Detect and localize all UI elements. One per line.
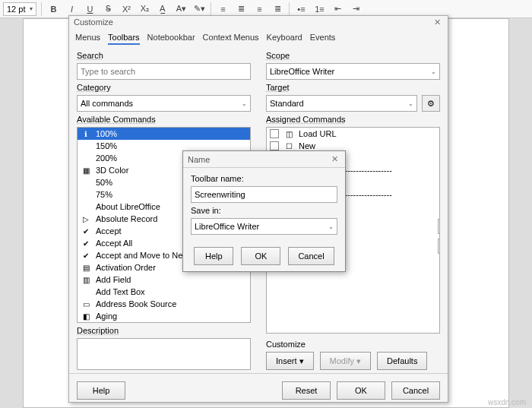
defaults-button[interactable]: Defaults [377,352,427,370]
dialog-tabs: Menus Toolbars Notebookbar Context Menus… [69,28,448,45]
command-label: Accept All [96,239,132,248]
chevron-down-icon: ⌄ [328,223,334,230]
assigned-commands-label: Assigned Commands [266,115,440,124]
chevron-down-icon: ⌄ [242,100,247,107]
description-box [77,338,251,370]
target-combo[interactable]: Standard ⌄ [266,95,417,112]
reset-button[interactable]: Reset [282,381,331,400]
command-icon [81,177,91,188]
name-help-button[interactable]: Help [194,247,233,265]
scope-combo[interactable]: LibreOffice Writer ⌄ [266,63,440,80]
font-color-icon[interactable]: A̲ [156,2,169,16]
command-label: Accept and Move to Next [96,251,189,260]
command-label: About LibreOffice [96,202,160,211]
command-label: 50% [96,178,112,187]
font-size-value: 12 pt [7,5,25,14]
command-icon [81,141,91,151]
insert-button[interactable]: Insert ▾ [266,352,314,370]
close-icon[interactable]: ✕ [431,16,443,28]
command-icon [81,201,91,212]
command-item[interactable]: ▭Address Book Source [78,298,250,310]
command-icon: ▦ [81,165,91,176]
command-label: Address Book Source [96,299,176,308]
command-label: Activation Order [96,263,156,272]
target-value: Standard [270,99,304,108]
save-in-value: LibreOffice Writer [195,222,259,231]
chevron-down-icon: ⌄ [408,100,413,107]
customize-label: Customize [266,340,440,349]
modify-button[interactable]: Modify ▾ [320,352,371,370]
checkbox[interactable] [270,129,279,138]
command-icon: ✔ [81,238,91,248]
command-label: Load URL [299,129,337,138]
command-label: Add Text Box [96,287,145,296]
tab-toolbars[interactable]: Toolbars [108,31,140,45]
tab-context-menus[interactable]: Context Menus [203,31,259,45]
name-ok-button[interactable]: OK [241,247,280,265]
justify-icon[interactable]: ≣ [271,2,284,16]
name-dialog-title: Name [188,155,210,164]
search-label: Search [77,51,251,60]
command-icon: ✔ [81,226,91,236]
save-in-label: Save in: [191,206,337,215]
command-label: Accept [96,226,122,236]
move-down-button[interactable]: ↓ [438,239,440,254]
toolbar-name-input[interactable] [191,186,337,203]
command-icon: ◧ [81,311,91,321]
target-gear-button[interactable]: ⚙ [422,95,440,112]
help-button[interactable]: Help [77,381,125,400]
command-icon: ☐ [283,141,294,151]
command-label: New [299,141,315,150]
strike-icon[interactable]: S̶ [101,2,115,16]
indent-inc-icon[interactable]: ⇥ [349,2,363,16]
command-label: Absolute Record [96,214,157,223]
ok-button[interactable]: OK [337,381,385,400]
command-item[interactable]: Add Text Box [78,286,250,298]
toolbar-name-label: Toolbar name: [191,174,337,183]
move-up-button[interactable]: ↑ [438,219,440,234]
command-icon [81,286,91,297]
dialog-footer: Help Reset OK Cancel [69,373,448,407]
underline-icon[interactable]: U [83,2,97,16]
name-cancel-button[interactable]: Cancel [288,247,334,265]
category-label: Category [77,83,251,92]
superscript-icon[interactable]: X² [119,2,133,16]
command-item[interactable]: ℹ100% [78,128,250,140]
command-icon: ▥ [81,274,91,285]
bold-icon[interactable]: B [46,2,60,16]
italic-icon[interactable]: I [65,2,78,16]
tab-menus[interactable]: Menus [75,31,100,45]
align-right-icon[interactable]: ≡ [252,2,266,16]
scope-value: LibreOffice Writer [270,67,334,76]
target-label: Target [266,83,440,92]
tab-events[interactable]: Events [310,31,336,45]
save-in-combo[interactable]: LibreOffice Writer ⌄ [191,218,337,235]
cancel-button[interactable]: Cancel [391,381,440,400]
bullets-icon[interactable]: •≡ [294,2,308,16]
checkbox[interactable] [270,141,279,150]
command-item[interactable]: ◧Aging [78,310,250,322]
command-label: Aging [96,312,117,321]
command-icon [81,153,91,163]
available-commands-label: Available Commands [77,115,251,124]
command-icon: ▭ [81,299,91,309]
char-bg-icon[interactable]: ✎▾ [192,2,206,16]
category-combo[interactable]: All commands ⌄ [77,95,251,112]
font-size-combo[interactable]: 12 pt ▾ [3,2,36,16]
command-item[interactable]: ▥Add Field [78,274,250,286]
align-center-icon[interactable]: ≣ [234,2,248,16]
indent-dec-icon[interactable]: ⇤ [331,2,344,16]
category-value: All commands [81,99,133,108]
command-label: 3D Color [96,166,128,175]
gear-icon: ⚙ [427,99,435,109]
command-icon: ▤ [81,262,91,273]
align-left-icon[interactable]: ≡ [216,2,230,16]
numbering-icon[interactable]: 1≡ [312,2,326,16]
tab-keyboard[interactable]: Keyboard [267,31,302,45]
assigned-item[interactable]: ◫Load URL [267,128,439,140]
search-input[interactable] [77,63,251,80]
subscript-icon[interactable]: X₂ [138,2,151,16]
close-icon[interactable]: ✕ [328,153,340,166]
highlight-icon[interactable]: A▾ [174,2,188,16]
tab-notebookbar[interactable]: Notebookbar [147,31,195,45]
